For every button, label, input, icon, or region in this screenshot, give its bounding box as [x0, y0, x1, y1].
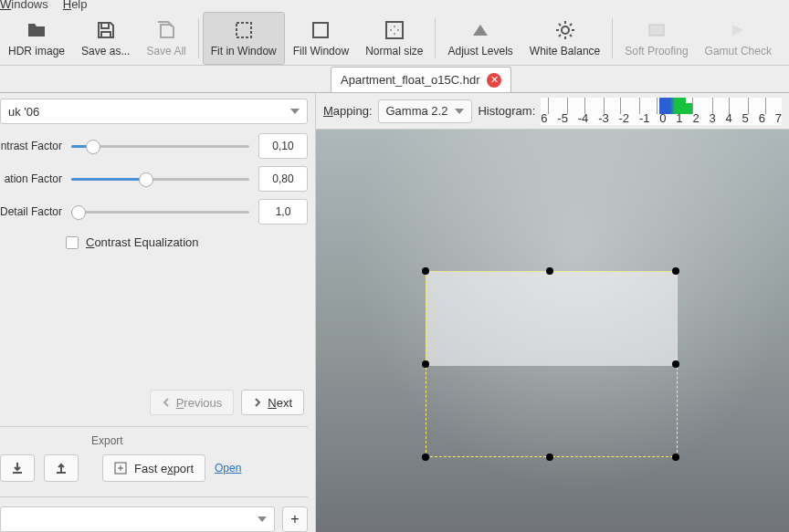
mapping-label: Mapping: — [323, 104, 373, 118]
upload-icon — [54, 461, 68, 475]
menu-help[interactable]: Help — [63, 0, 88, 9]
gamut-icon — [727, 19, 749, 41]
operator-select[interactable]: uk '06 — [0, 99, 308, 124]
detail-label: Detail Factor — [0, 205, 62, 218]
contrast-eq-label: Contrast Equalization — [86, 235, 199, 249]
contrast-slider[interactable] — [71, 137, 249, 155]
histogram-label: Histogram: — [478, 104, 535, 118]
selection-handle[interactable] — [546, 267, 553, 275]
proof-icon — [646, 19, 668, 41]
contrast-label: ntrast Factor — [0, 140, 62, 152]
saturation-label: ation Factor — [0, 172, 62, 185]
menu-windows[interactable]: Windows — [0, 0, 48, 9]
contrast-value[interactable]: 0,10 — [258, 133, 308, 159]
floppy-icon — [95, 19, 117, 41]
folder-icon — [26, 19, 47, 41]
fill-window-button[interactable]: Fill Window — [285, 12, 357, 65]
selection-handle[interactable] — [546, 454, 553, 461]
close-icon[interactable]: ✕ — [487, 73, 501, 88]
fit-icon — [233, 19, 255, 41]
adjust-levels-button[interactable]: Adjust Levels — [439, 12, 521, 65]
toolbar: HDR image Save as... Save All Fit in Win… — [0, 11, 789, 66]
gamut-check-button: Gamut Check — [697, 12, 780, 65]
selection-handle[interactable] — [672, 267, 679, 275]
export-section: Export Fast export Open — [0, 427, 308, 497]
chevron-down-icon — [258, 516, 267, 522]
image-canvas[interactable] — [316, 130, 789, 532]
levels-icon — [469, 19, 491, 41]
sun-icon — [554, 19, 576, 41]
tab-label: Apartment_float_o15C.hdr — [341, 73, 479, 87]
side-panel: uk '06 ntrast Factor 0,10 ation Factor 0… — [0, 93, 316, 532]
selection-handle[interactable] — [422, 360, 429, 368]
one-to-one-icon — [384, 19, 405, 41]
chevron-down-icon — [455, 109, 464, 114]
white-balance-button[interactable]: White Balance — [521, 12, 608, 65]
svg-rect-3 — [649, 25, 664, 36]
detail-slider[interactable] — [71, 203, 249, 221]
selection-handle[interactable] — [422, 267, 429, 275]
menubar: Windows Help — [0, 0, 789, 11]
selection-handle[interactable] — [672, 360, 679, 368]
chevron-down-icon — [290, 109, 300, 114]
normal-size-button[interactable]: Normal size — [357, 12, 431, 65]
export-down-button[interactable] — [0, 454, 35, 482]
mapping-select[interactable]: Gamma 2.2 — [378, 99, 473, 123]
detail-value[interactable]: 1,0 — [258, 199, 308, 224]
saturation-value[interactable]: 0,80 — [258, 166, 308, 192]
svg-rect-1 — [386, 22, 403, 38]
add-preset-button[interactable]: + — [282, 506, 308, 532]
histogram: 6-5-4-3-2-101234567 — [541, 98, 782, 125]
fill-icon — [310, 19, 331, 41]
svg-point-2 — [562, 26, 569, 34]
contrast-eq-checkbox[interactable] — [66, 236, 79, 249]
chevron-right-icon — [253, 398, 262, 407]
save-as-button[interactable]: Save as... — [73, 12, 138, 65]
selection-handle[interactable] — [672, 454, 679, 461]
selection-handle[interactable] — [422, 454, 429, 461]
open-link[interactable]: Open — [215, 462, 241, 475]
viewer: Mapping: Gamma 2.2 Histogram: 6-5-4-3-2-… — [316, 93, 789, 532]
floppy-stack-icon — [155, 19, 177, 41]
export-title: Export — [91, 434, 308, 447]
download-icon — [10, 461, 25, 475]
saturation-slider[interactable] — [71, 170, 249, 188]
tab-bar: Apartment_float_o15C.hdr ✕ — [0, 66, 789, 93]
export-up-button[interactable] — [44, 454, 79, 482]
document-tab[interactable]: Apartment_float_o15C.hdr ✕ — [331, 67, 511, 92]
previous-button[interactable]: Previous — [150, 390, 235, 415]
next-button[interactable]: Next — [241, 390, 304, 415]
export-icon — [114, 462, 127, 475]
svg-rect-0 — [313, 23, 328, 37]
fast-export-button[interactable]: Fast export — [102, 454, 205, 482]
fit-in-window-button[interactable]: Fit in Window — [203, 12, 285, 65]
soft-proofing-button: Soft Proofing — [616, 12, 696, 65]
preset-combo[interactable] — [0, 506, 275, 532]
hdr-image-button[interactable]: HDR image — [0, 12, 73, 65]
chevron-left-icon — [162, 398, 171, 407]
save-all-button: Save All — [138, 12, 194, 65]
